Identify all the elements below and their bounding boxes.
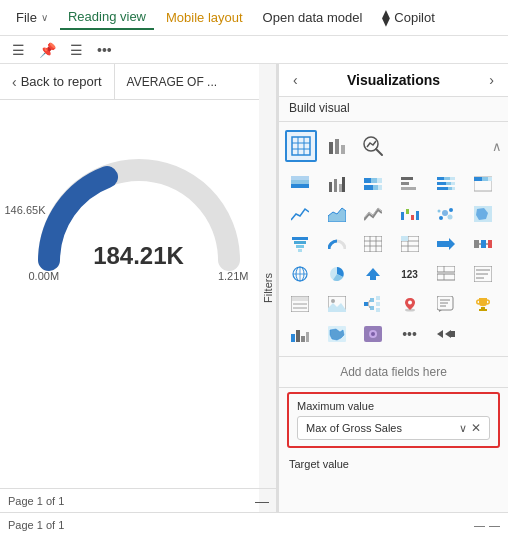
svg-rect-67 <box>474 240 479 248</box>
viz-grid-more[interactable]: ••• <box>395 320 425 348</box>
svg-rect-94 <box>370 306 374 310</box>
viz-icon-search-chart[interactable] <box>357 130 389 162</box>
filter-icon[interactable]: ☰ <box>66 40 87 60</box>
svg-rect-40 <box>401 212 404 220</box>
viz-grid-card-number[interactable]: 123 <box>395 260 425 288</box>
viz-grid-table[interactable] <box>358 230 388 258</box>
viz-nav-left-button[interactable]: ‹ <box>289 70 302 90</box>
svg-rect-34 <box>452 187 455 190</box>
viz-grid-trophy[interactable] <box>468 290 498 318</box>
field-pill-remove-button[interactable]: ✕ <box>471 421 481 435</box>
file-chevron-icon: ∨ <box>41 12 48 23</box>
toolbar: ☰ 📌 ☰ ••• <box>0 36 508 64</box>
svg-rect-51 <box>292 237 308 240</box>
back-to-report-button[interactable]: ‹ Back to report <box>0 64 115 99</box>
svg-marker-77 <box>366 268 380 280</box>
filters-label[interactable]: Filters <box>259 64 277 512</box>
viz-grid-line[interactable] <box>285 200 315 228</box>
viz-grid-ribbon[interactable] <box>358 200 388 228</box>
svg-rect-107 <box>481 307 485 309</box>
viz-grid-stacked-h[interactable] <box>431 170 461 198</box>
hamburger-icon[interactable]: ☰ <box>8 40 29 60</box>
viz-grid-scatter[interactable] <box>431 200 461 228</box>
page-bar: Page 1 of 1 — <box>0 488 277 512</box>
viz-grid-purple-visual[interactable] <box>358 320 388 348</box>
svg-rect-41 <box>406 209 409 214</box>
svg-rect-37 <box>482 177 488 181</box>
viz-grid-funnel[interactable] <box>285 230 315 258</box>
svg-rect-14 <box>334 179 337 192</box>
field-pill-chevron-icon[interactable]: ∨ <box>459 422 467 435</box>
menu-open-data-model[interactable]: Open data model <box>255 6 371 29</box>
viz-grid-image[interactable] <box>322 290 352 318</box>
viz-grid-decomp-tree[interactable] <box>358 290 388 318</box>
viz-grid-text[interactable] <box>468 260 498 288</box>
svg-rect-18 <box>371 178 377 183</box>
svg-rect-0 <box>292 137 310 155</box>
viz-grid-100-bar[interactable] <box>358 170 388 198</box>
svg-rect-27 <box>444 177 450 180</box>
viz-grid-smart-narrative[interactable] <box>431 290 461 318</box>
viz-grid-connector[interactable] <box>468 230 498 258</box>
svg-line-98 <box>368 300 370 304</box>
back-arrow-icon: ‹ <box>12 74 17 90</box>
svg-rect-25 <box>401 187 416 190</box>
viz-grid-gauge[interactable] <box>322 230 352 258</box>
viz-nav-right-button[interactable]: › <box>485 70 498 90</box>
viz-grid-column-chart[interactable] <box>322 170 352 198</box>
viz-grid-waterfall[interactable] <box>395 200 425 228</box>
svg-rect-52 <box>294 241 306 244</box>
svg-marker-117 <box>437 330 443 338</box>
viz-grid-100-h[interactable] <box>468 170 498 198</box>
menu-bar: File ∨ Reading view Mobile layout Open d… <box>0 0 508 36</box>
viz-grid-kpi-arrow[interactable] <box>358 260 388 288</box>
menu-mobile-layout[interactable]: Mobile layout <box>158 6 251 29</box>
svg-rect-17 <box>364 178 371 183</box>
viz-icon-table[interactable] <box>285 130 317 162</box>
menu-copilot[interactable]: ⧫ Copilot <box>374 4 442 31</box>
viz-icon-bar-chart[interactable] <box>321 130 353 162</box>
viz-grid-double-arrow[interactable] <box>431 320 461 348</box>
svg-rect-95 <box>376 296 380 300</box>
right-panel: ‹ Visualizations › Build visual <box>278 64 508 512</box>
viz-grid-shaded-map[interactable] <box>322 320 352 348</box>
main-area: ‹ Back to report AVERAGE OF ... 146.65K <box>0 64 508 512</box>
viz-grid-globe[interactable] <box>285 260 315 288</box>
menu-file[interactable]: File ∨ <box>8 6 56 29</box>
zoom-slider[interactable]: — <box>489 519 500 531</box>
viz-grid-pie[interactable] <box>322 260 352 288</box>
svg-rect-38 <box>488 177 492 181</box>
target-value-label: Target value <box>279 452 508 470</box>
viz-grid-arrow[interactable] <box>431 230 461 258</box>
viz-header: ‹ Visualizations › <box>279 64 508 97</box>
svg-rect-29 <box>437 182 446 185</box>
viz-nav-left: ‹ <box>289 70 302 90</box>
svg-rect-22 <box>378 185 382 190</box>
add-fields-area[interactable]: Add data fields here <box>279 357 508 388</box>
viz-grid-area[interactable] <box>322 200 352 228</box>
svg-rect-36 <box>474 177 482 181</box>
viz-grid-filled-map[interactable] <box>468 200 498 228</box>
more-icon[interactable]: ••• <box>93 40 116 60</box>
viz-icons-section: ∧ <box>279 122 508 357</box>
viz-grid-multirow-card[interactable] <box>431 260 461 288</box>
svg-rect-92 <box>364 302 368 306</box>
viz-grid-matrix[interactable] <box>395 230 425 258</box>
menu-reading-view[interactable]: Reading view <box>60 5 154 30</box>
svg-rect-33 <box>448 187 452 190</box>
svg-rect-12 <box>291 176 309 180</box>
tab-title: AVERAGE OF ... <box>115 64 229 99</box>
chevron-up-icon[interactable]: ∧ <box>492 139 502 154</box>
svg-rect-42 <box>411 215 414 220</box>
viz-grid-stacked-bar[interactable] <box>285 170 315 198</box>
pin-icon[interactable]: 📌 <box>35 40 60 60</box>
svg-marker-39 <box>328 208 346 222</box>
viz-top-icons-row: ∧ <box>285 126 502 166</box>
gauge-area: 146.65K 184.21K 0.00M 1.21M <box>0 100 277 320</box>
viz-grid-bar-chart-h[interactable] <box>395 170 425 198</box>
viz-grid-bar-chart-v2[interactable] <box>285 320 315 348</box>
viz-grid-map-pin[interactable] <box>395 290 425 318</box>
zoom-minus-icon[interactable]: — <box>474 519 485 531</box>
gauge-min-label: 0.00M <box>29 270 60 282</box>
viz-grid-slicer[interactable] <box>285 290 315 318</box>
